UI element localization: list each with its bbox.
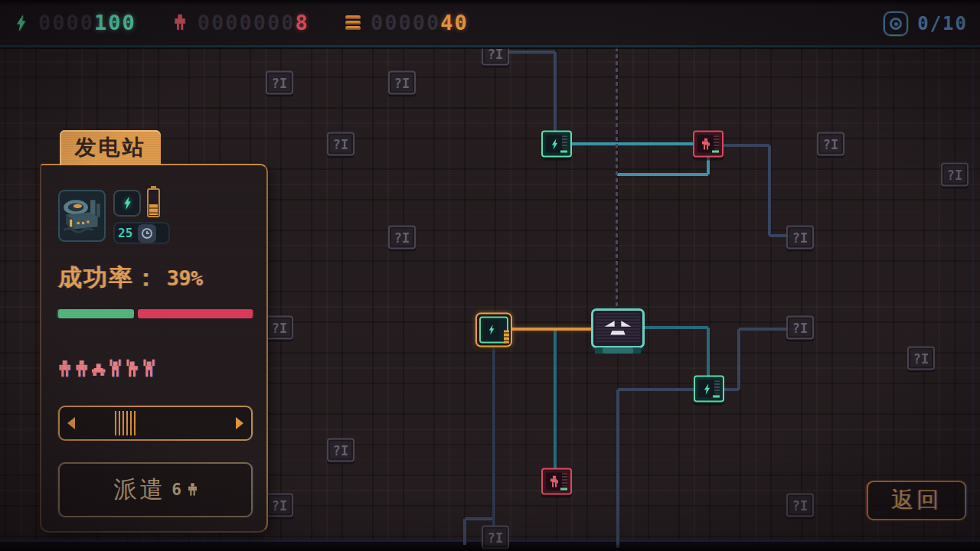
map-node-unknown[interactable]: ?I <box>388 71 416 95</box>
map-node-unknown[interactable]: ?I <box>266 494 293 517</box>
map-node-unknown[interactable]: ?I <box>327 132 354 156</box>
map-node-unknown[interactable]: ?I <box>786 316 814 340</box>
map-node-selected[interactable] <box>475 313 512 347</box>
crew-member-icon <box>142 358 155 381</box>
population-value: 8 <box>296 11 309 34</box>
crew-row <box>58 357 155 381</box>
energy-value: 100 <box>94 11 136 34</box>
lightning-icon <box>12 13 29 33</box>
map-node-power[interactable] <box>694 376 724 403</box>
success-bar-green <box>58 309 134 318</box>
map-node-unknown[interactable]: ?I <box>482 526 509 549</box>
leading-zeros: 0000 <box>38 11 94 34</box>
map-node-unknown[interactable]: ?I <box>786 494 814 517</box>
person-icon <box>172 13 188 33</box>
slider-increase-arrow[interactable] <box>236 417 243 429</box>
resource-topbar: 0000100 00000008 0000040 0/10 <box>0 0 980 47</box>
map-node-power[interactable] <box>541 131 572 158</box>
return-button[interactable]: 返回 <box>867 481 966 520</box>
slider-ticks[interactable] <box>115 411 138 435</box>
map-wire <box>465 517 492 520</box>
map-wire <box>617 173 708 176</box>
vents-icon <box>714 136 719 148</box>
dispatch-count: 6 <box>172 481 181 499</box>
resource-population: 00000008 <box>172 11 309 34</box>
map-wire <box>720 144 769 147</box>
energy-cost-icon <box>113 190 141 217</box>
map-node-person[interactable] <box>693 131 724 158</box>
map-wire <box>507 51 555 54</box>
question-icon: ?I <box>792 320 808 335</box>
question-icon: ?I <box>394 75 410 90</box>
map-node-unknown[interactable]: ?I <box>388 226 416 249</box>
map-right-edge <box>972 47 974 540</box>
return-label: 返回 <box>891 485 942 516</box>
question-icon: ?I <box>272 497 287 513</box>
question-icon: ?I <box>488 46 503 61</box>
lightning-icon <box>550 138 559 150</box>
map-node-person[interactable] <box>541 468 572 495</box>
clock-icon <box>138 224 156 243</box>
slider-decrease-arrow[interactable] <box>67 417 75 429</box>
map-wire <box>616 47 618 306</box>
duration-chip: 25 <box>113 222 170 244</box>
lightning-icon <box>703 383 711 395</box>
map-node-unknown[interactable]: ?I <box>817 132 844 156</box>
question-icon: ?I <box>272 320 287 335</box>
vents-icon <box>562 474 567 486</box>
dispatch-button[interactable]: 派遣 6 <box>58 462 253 517</box>
person-icon <box>550 475 559 487</box>
leading-zeros: 0000000 <box>198 11 296 34</box>
map-node-unknown[interactable]: ?I <box>907 347 935 370</box>
dispatch-label: 派遣 <box>113 474 165 506</box>
question-icon: ?I <box>947 167 962 182</box>
map-wire <box>618 388 704 391</box>
status-led <box>712 151 719 153</box>
map-wire <box>554 52 557 132</box>
success-rate-value: 39% <box>167 267 203 290</box>
map-wire <box>554 331 557 476</box>
person-icon <box>188 482 198 497</box>
resource-energy: 0000100 <box>12 11 136 34</box>
leading-zeros: 00000 <box>371 11 440 34</box>
question-icon: ?I <box>333 442 348 458</box>
question-icon: ?I <box>394 230 410 245</box>
map-node-unknown[interactable]: ?I <box>266 71 293 95</box>
success-rate-label: 成功率： <box>58 262 159 294</box>
map-node-unknown[interactable]: ?I <box>327 439 354 462</box>
target-counter: 0/10 <box>884 0 968 47</box>
map-node-boss[interactable] <box>591 308 645 348</box>
status-led <box>560 488 567 491</box>
panel-tab[interactable]: 发电站 <box>60 130 161 165</box>
person-icon <box>701 138 710 150</box>
crew-member-icon <box>126 358 139 381</box>
angry-face-icon <box>601 318 635 339</box>
crew-member-icon <box>92 358 105 381</box>
crew-member-icon <box>75 358 88 381</box>
crew-count-slider[interactable] <box>58 406 253 441</box>
map-wire <box>616 390 619 548</box>
question-icon: ?I <box>823 136 838 152</box>
map-wire <box>768 145 771 236</box>
map-wire <box>707 328 710 383</box>
coins-value: 40 <box>440 11 469 34</box>
vents-icon <box>714 381 720 393</box>
map-node-unknown[interactable]: ?I <box>941 163 969 187</box>
target-counter-value: 0/10 <box>917 13 968 34</box>
battery-indicator <box>504 331 509 344</box>
target-icon <box>884 11 908 36</box>
station-panel: 发电站 <box>40 164 268 533</box>
success-bar-red <box>138 309 253 318</box>
map-node-unknown[interactable]: ?I <box>266 316 293 340</box>
crew-member-icon <box>58 358 71 381</box>
question-icon: ?I <box>333 136 348 152</box>
status-led <box>713 396 720 398</box>
duration-value: 25 <box>118 226 132 240</box>
map-node-unknown[interactable]: ?I <box>786 226 814 249</box>
map-wire <box>737 329 740 390</box>
question-icon: ?I <box>792 497 808 513</box>
coins-icon <box>345 13 361 33</box>
question-icon: ?I <box>488 530 503 545</box>
monitor-base <box>595 347 641 354</box>
crew-member-icon <box>109 358 122 381</box>
